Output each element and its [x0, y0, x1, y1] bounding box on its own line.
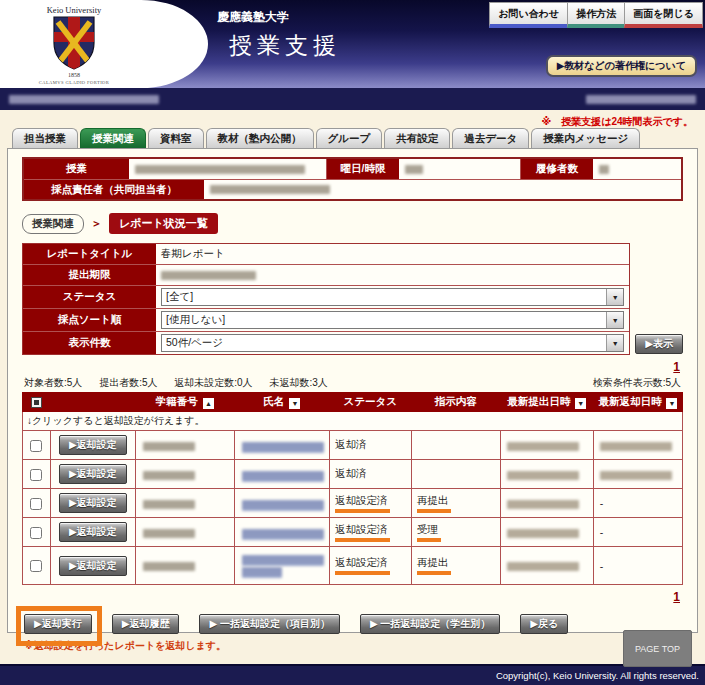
student-id-masked: [143, 471, 195, 480]
emblem-year: 1858: [68, 72, 80, 78]
dropdown-arrow-icon[interactable]: ▼: [606, 289, 623, 305]
contact-button[interactable]: お問い合わせ: [489, 2, 568, 28]
table-hint: ↓クリックすると返却設定が行えます。: [23, 412, 683, 431]
page-link[interactable]: 1: [673, 360, 680, 374]
pagination-top: 1: [25, 360, 680, 374]
execute-return-button[interactable]: ▶返却実行: [24, 614, 92, 634]
status-cell: 返却済: [329, 431, 411, 460]
tab-materials-room[interactable]: 資料室: [148, 128, 204, 148]
row-checkbox[interactable]: [30, 527, 42, 539]
return-setting-button[interactable]: ▶返却設定: [59, 435, 127, 455]
tab-class-related[interactable]: 授業関連: [80, 128, 146, 148]
sort-toggle-icon[interactable]: ▼: [289, 398, 300, 409]
page-top-button[interactable]: PAGE TOP: [623, 630, 692, 667]
materials-copyright-button[interactable]: ▶教材などの著作権について: [546, 55, 697, 77]
student-name-link[interactable]: [242, 471, 324, 480]
student-id-masked: [143, 442, 195, 451]
select-all-icon[interactable]: [31, 397, 42, 408]
col-latest-return: 最新返却日時▼: [593, 393, 682, 412]
tab-past-data[interactable]: 過去データ: [452, 128, 529, 148]
student-name-link[interactable]: [242, 555, 329, 576]
keio-emblem-icon: Keio University 1858 CALAMVS GLADIO FORT…: [26, 3, 122, 85]
logo-background: Keio University 1858 CALAMVS GLADIO FORT…: [0, 0, 208, 88]
sort-order-label: 採点ソート順: [23, 309, 156, 331]
summary-return-unset: 返却未設定数:0人: [174, 377, 252, 388]
page-size-select[interactable]: 50件/ページ ▼: [161, 334, 624, 352]
enrolled-value-masked: [593, 159, 681, 179]
grader-value-masked: [204, 180, 681, 199]
tab-class-messages[interactable]: 授業内メッセージ: [531, 128, 640, 148]
latest-return-masked: [600, 442, 672, 451]
student-name-link[interactable]: [242, 529, 324, 538]
return-setting-button[interactable]: ▶返却設定: [59, 556, 127, 576]
sort-asc-icon[interactable]: ▲: [203, 398, 214, 409]
latest-submit-masked: [507, 500, 579, 509]
service-notice: ※ 授業支援は24時間表示です。: [0, 110, 705, 128]
sort-toggle-icon[interactable]: ▼: [666, 398, 677, 409]
student-name-link[interactable]: [242, 500, 324, 509]
summary-not-returned: 未返却数:3人: [269, 377, 327, 388]
col-return-setting: [50, 393, 135, 412]
row-checkbox[interactable]: [30, 560, 42, 572]
status-cell-highlighted: 返却設定済: [335, 523, 391, 542]
col-status: ステータス: [329, 393, 411, 412]
back-button[interactable]: ▶戻る: [520, 614, 568, 634]
col-student-id: 学籍番号▲: [135, 393, 234, 412]
filter-area: レポートタイトル 春期レポート 提出期限 ステータス [全て] ▼: [22, 243, 683, 355]
sort-toggle-icon[interactable]: ▼: [575, 398, 586, 409]
row-checkbox[interactable]: [30, 498, 42, 510]
latest-submit-masked: [507, 529, 579, 538]
table-row: ▶返却設定 返却済: [23, 460, 683, 489]
table-row: ▶返却設定 返却設定済 再提出 -: [23, 489, 683, 518]
logged-in-user-masked: [9, 95, 159, 104]
pagination-bottom: 1: [25, 590, 680, 604]
filter-table: レポートタイトル 春期レポート 提出期限 ステータス [全て] ▼: [22, 243, 630, 355]
tab-group[interactable]: グループ: [316, 128, 383, 148]
help-button[interactable]: 操作方法: [567, 2, 625, 28]
day-period-value-masked: [399, 159, 521, 179]
status-cell: 返却済: [329, 460, 411, 489]
sort-order-select[interactable]: [使用しない] ▼: [161, 311, 624, 329]
instruction-cell-highlighted: 再提出: [417, 556, 452, 575]
return-history-button[interactable]: ▶返却履歴: [112, 614, 180, 634]
latest-return-cell: -: [593, 489, 682, 518]
row-checkbox[interactable]: [30, 469, 42, 481]
row-checkbox[interactable]: [30, 440, 42, 452]
summary-targets: 対象者数:5人: [24, 377, 82, 388]
return-setting-button[interactable]: ▶返却設定: [59, 493, 127, 513]
emblem-motto: CALAMVS GLADIO FORTIOR: [39, 80, 110, 85]
report-title-label: レポートタイトル: [23, 244, 156, 264]
status-select[interactable]: [全て] ▼: [161, 288, 624, 306]
bulk-return-by-student-button[interactable]: ▶ 一括返却設定（学生別）: [360, 614, 500, 634]
app-header: Keio University 1858 CALAMVS GLADIO FORT…: [0, 0, 705, 88]
bulk-return-by-item-button[interactable]: ▶ 一括返却設定（項目別）: [199, 614, 339, 634]
return-setting-button[interactable]: ▶返却設定: [59, 522, 127, 542]
tab-teaching-materials[interactable]: 教材（塾内公開）: [206, 128, 314, 148]
day-period-label: 曜日/時限: [327, 159, 399, 179]
student-name-link[interactable]: [242, 442, 324, 451]
breadcrumb-parent[interactable]: 授業関連: [22, 214, 84, 234]
deadline-value-masked: [156, 265, 629, 285]
dropdown-arrow-icon[interactable]: ▼: [606, 335, 623, 351]
main-tabs: 担当授業 授業関連 資料室 教材（塾内公開） グループ 共有設定 過去データ 授…: [12, 128, 705, 148]
summary-row: 対象者数:5人 提出者数:5人 返却未設定数:0人 未返却数:3人 検索条件表示…: [24, 376, 681, 390]
copyright-text: Copyright(c), Keio University. All right…: [496, 670, 699, 681]
enrolled-label: 履修者数: [521, 159, 593, 179]
tab-assigned-classes[interactable]: 担当授業: [12, 128, 78, 148]
user-bar: [0, 88, 705, 110]
dropdown-arrow-icon[interactable]: ▼: [606, 312, 623, 328]
page-size-label: 表示件数: [23, 332, 156, 354]
return-setting-button[interactable]: ▶返却設定: [59, 464, 127, 484]
latest-submit-masked: [507, 471, 579, 480]
instruction-cell: [411, 431, 500, 460]
latest-return-cell: -: [593, 547, 682, 585]
show-button[interactable]: ▶表示: [635, 334, 683, 354]
page-link[interactable]: 1: [673, 590, 680, 604]
student-id-masked: [143, 562, 195, 571]
tab-share-settings[interactable]: 共有設定: [384, 128, 450, 148]
page: Keio University 1858 CALAMVS GLADIO FORT…: [0, 0, 705, 685]
close-window-button[interactable]: 画面を閉じる: [624, 2, 703, 28]
status-cell-highlighted: 返却設定済: [335, 494, 391, 513]
table-row: ▶返却設定 返却設定済 再提出 -: [23, 547, 683, 585]
instruction-cell: [411, 460, 500, 489]
